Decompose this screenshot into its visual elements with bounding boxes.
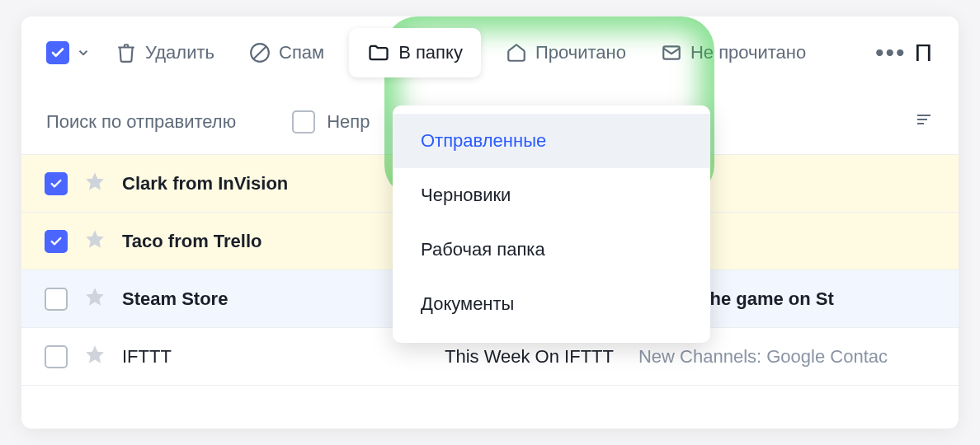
svg-marker-6 <box>86 172 104 190</box>
chevron-down-icon[interactable] <box>76 45 91 60</box>
trash-icon <box>115 42 137 63</box>
read-label: Прочитано <box>535 42 626 63</box>
delete-label: Удалить <box>145 42 214 63</box>
sender: Steam Store <box>122 288 398 310</box>
toolbar: Удалить Спам В папку Прочитано Не прочит… <box>21 16 959 89</box>
more-actions-button[interactable]: ••• П <box>875 39 934 67</box>
star-icon[interactable] <box>84 344 106 370</box>
mail-open-icon <box>506 42 527 63</box>
row-checkbox[interactable] <box>45 288 68 311</box>
check-icon <box>49 235 63 248</box>
spam-label: Спам <box>279 42 324 63</box>
dropdown-item[interactable]: Документы <box>393 277 710 331</box>
mark-unread-button[interactable]: Не прочитано <box>651 35 816 70</box>
dropdown-item[interactable]: Отправленные <box>393 114 710 168</box>
svg-marker-7 <box>86 230 104 248</box>
sender: Clark from InVision <box>122 173 398 194</box>
row-checkbox[interactable] <box>45 230 68 253</box>
dropdown-item[interactable]: Рабочая папка <box>393 222 710 277</box>
delete-button[interactable]: Удалить <box>106 35 224 70</box>
unread-filter-checkbox[interactable] <box>292 110 315 134</box>
select-all-checkbox[interactable] <box>46 41 69 64</box>
dropdown-item-label: Рабочая папка <box>421 239 545 260</box>
sender: Taco from Trello <box>122 231 398 252</box>
star-icon[interactable] <box>84 228 106 255</box>
svg-line-1 <box>253 46 266 59</box>
sender: IFTTT <box>122 346 398 368</box>
dropdown-item-label: Документы <box>421 293 514 314</box>
overflow-hint: П <box>914 39 934 67</box>
move-label: В папку <box>398 42 463 63</box>
search-by-sender[interactable]: Поиск по отправителю <box>46 111 236 133</box>
row-checkbox[interactable] <box>45 345 68 368</box>
svg-marker-9 <box>86 345 104 363</box>
dropdown-item-label: Отправленные <box>421 130 546 151</box>
folder-icon <box>367 41 390 64</box>
select-all-group <box>46 41 91 64</box>
check-icon <box>50 45 65 60</box>
row-checkbox[interactable] <box>45 172 68 195</box>
ban-icon <box>249 42 271 63</box>
mail-panel: Удалить Спам В папку Прочитано Не прочит… <box>21 16 959 429</box>
move-to-folder-button[interactable]: В папку <box>349 28 481 77</box>
mail-icon <box>661 42 682 63</box>
unread-filter-label: Непр <box>327 111 370 133</box>
dots-icon: ••• <box>875 39 907 67</box>
subject: This Week On IFTTT <box>445 346 614 368</box>
sort-icon[interactable] <box>914 110 934 134</box>
svg-marker-8 <box>86 288 104 306</box>
snippet: New Channels: Google Contac <box>638 346 888 368</box>
unread-label: Не прочитано <box>690 42 806 63</box>
dropdown-item[interactable]: Черновики <box>393 168 710 222</box>
spam-button[interactable]: Спам <box>239 35 334 70</box>
star-icon[interactable] <box>84 286 106 312</box>
mark-read-button[interactable]: Прочитано <box>496 35 636 70</box>
dropdown-item-label: Черновики <box>421 185 511 205</box>
star-icon[interactable] <box>84 171 106 197</box>
folder-dropdown: Отправленные Черновики Рабочая папка Док… <box>393 105 710 343</box>
check-icon <box>49 177 63 190</box>
unread-filter[interactable]: Непр <box>292 110 370 134</box>
